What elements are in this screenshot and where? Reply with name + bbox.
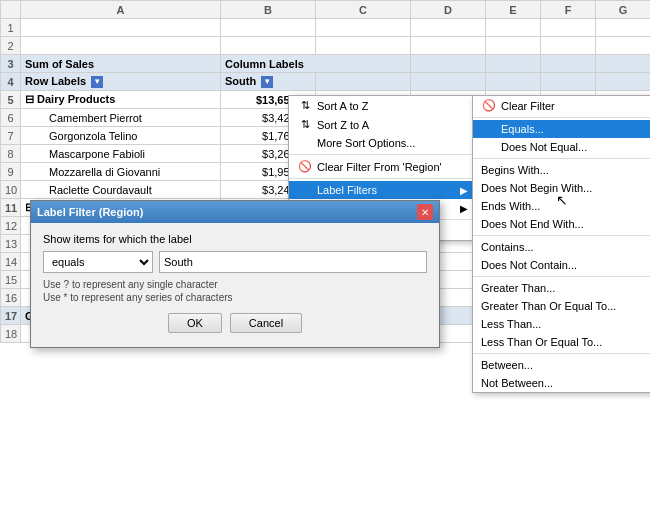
clear-filter-icon: 🚫 — [297, 160, 313, 173]
row-num: 8 — [1, 145, 21, 163]
col-header-c[interactable]: C — [316, 1, 411, 19]
lf-dnc-label: Does Not Contain... — [481, 259, 577, 271]
dialog-ok-button[interactable]: OK — [168, 313, 222, 333]
row-num: 14 — [1, 253, 21, 271]
cell-a10[interactable]: Raclette Courdavault — [21, 181, 221, 199]
row-num: 6 — [1, 109, 21, 127]
lf-sep5 — [473, 353, 650, 354]
lf-greater-than-equal[interactable]: Greater Than Or Equal To... — [473, 297, 650, 315]
cell-d4[interactable] — [411, 73, 486, 91]
group-label-5: Dairy Products — [37, 93, 115, 105]
dialog-close-button[interactable]: ✕ — [417, 204, 433, 220]
col-header-f[interactable]: F — [541, 1, 596, 19]
dialog-title: Label Filter (Region) — [37, 206, 143, 218]
col-header-e[interactable]: E — [486, 1, 541, 19]
lf-greater-than[interactable]: Greater Than... — [473, 279, 650, 297]
separator2 — [289, 178, 472, 179]
row-num: 2 — [1, 37, 21, 55]
lf-does-not-equal[interactable]: Does Not Equal... — [473, 138, 650, 156]
cell-a9[interactable]: Mozzarella di Giovanni — [21, 163, 221, 181]
south-filter-btn[interactable]: ▼ — [261, 76, 273, 88]
lf-contains[interactable]: Contains... — [473, 238, 650, 256]
cell-a8[interactable]: Mascarpone Fabioli — [21, 145, 221, 163]
col-header-g[interactable]: G — [596, 1, 651, 19]
cell-d2[interactable] — [411, 37, 486, 55]
lf-less-than[interactable]: Less Than... — [473, 315, 650, 333]
cell-a5[interactable]: ⊟ Dairy Products — [21, 91, 221, 109]
dialog-cancel-button[interactable]: Cancel — [230, 313, 302, 333]
cell-d1[interactable] — [411, 19, 486, 37]
cell-f2[interactable] — [541, 37, 596, 55]
row-num: 18 — [1, 325, 21, 343]
cell-e4[interactable] — [486, 73, 541, 91]
cell-a6[interactable]: Camembert Pierrot — [21, 109, 221, 127]
cell-row-labels[interactable]: Row Labels ▼ — [21, 73, 221, 91]
label-filter-dialog[interactable]: Label Filter (Region) ✕ Show items for w… — [30, 200, 440, 348]
lf-dne-label: Does Not Equal... — [501, 141, 587, 153]
cell-g2[interactable] — [596, 37, 651, 55]
cell-sum-sales[interactable]: Sum of Sales — [21, 55, 221, 73]
row-num: 12 — [1, 217, 21, 235]
lf-sep4 — [473, 276, 650, 277]
cell-g4[interactable] — [596, 73, 651, 91]
sort-a-to-z[interactable]: ⇅ Sort A to Z — [289, 96, 472, 115]
lf-bw-label: Begins With... — [481, 164, 549, 176]
cell-b1[interactable] — [221, 19, 316, 37]
row-num: 16 — [1, 289, 21, 307]
lf-clear-label: Clear Filter — [501, 100, 555, 112]
col-header-a[interactable]: A — [21, 1, 221, 19]
lf-does-not-begin-with[interactable]: Does Not Begin With... — [473, 179, 650, 197]
col-header-d[interactable]: D — [411, 1, 486, 19]
group-expand-5[interactable]: ⊟ — [25, 93, 34, 105]
lf-dnew-label: Does Not End With... — [481, 218, 584, 230]
cell-f4[interactable] — [541, 73, 596, 91]
row-num: 13 — [1, 235, 21, 253]
lf-clear-filter[interactable]: 🚫 Clear Filter — [473, 96, 650, 115]
label-filters-arrow: ▶ — [460, 185, 468, 196]
cell-c4[interactable] — [316, 73, 411, 91]
cell-a1[interactable] — [21, 19, 221, 37]
lf-lt-label: Less Than... — [481, 318, 541, 330]
label-filters-item[interactable]: Label Filters ▶ — [289, 181, 472, 199]
sort-za-label: Sort Z to A — [317, 119, 369, 131]
cell-e3[interactable] — [486, 55, 541, 73]
dialog-hint1-text: Use ? to represent any single character — [43, 279, 218, 290]
cell-e1[interactable] — [486, 19, 541, 37]
cell-a7[interactable]: Gorgonzola Telino — [21, 127, 221, 145]
lf-not-between-label: Not Between... — [481, 377, 553, 389]
dialog-hint2: Use * to represent any series of charact… — [43, 292, 427, 303]
cell-e2[interactable] — [486, 37, 541, 55]
more-sort-options[interactable]: More Sort Options... — [289, 134, 472, 152]
cell-south[interactable]: South ▼ — [221, 73, 316, 91]
lf-ends-with[interactable]: Ends With... — [473, 197, 650, 215]
cell-c2[interactable] — [316, 37, 411, 55]
cell-b2[interactable] — [221, 37, 316, 55]
row-num: 7 — [1, 127, 21, 145]
dialog-body: Show items for which the label equalsdoe… — [31, 223, 439, 347]
row-labels-filter-btn[interactable]: ▼ — [91, 76, 103, 88]
col-header-b[interactable]: B — [221, 1, 316, 19]
cell-c1[interactable] — [316, 19, 411, 37]
cell-g3[interactable] — [596, 55, 651, 73]
cell-d3[interactable] — [411, 55, 486, 73]
lf-begins-with[interactable]: Begins With... — [473, 161, 650, 179]
dialog-value-input[interactable] — [159, 251, 427, 273]
lf-equals[interactable]: Equals... — [473, 120, 650, 138]
lf-not-between[interactable]: Not Between... — [473, 374, 650, 392]
lf-does-not-end-with[interactable]: Does Not End With... — [473, 215, 650, 233]
table-row: 1 — [1, 19, 651, 37]
sort-za-icon: ⇅ — [297, 118, 313, 131]
dialog-operator-select[interactable]: equalsdoes not equalbegins withends with… — [43, 251, 153, 273]
cell-g1[interactable] — [596, 19, 651, 37]
clear-filter[interactable]: 🚫 Clear Filter From 'Region' — [289, 157, 472, 176]
lf-between[interactable]: Between... — [473, 356, 650, 374]
sort-z-to-a[interactable]: ⇅ Sort Z to A — [289, 115, 472, 134]
cell-f1[interactable] — [541, 19, 596, 37]
lf-does-not-contain[interactable]: Does Not Contain... — [473, 256, 650, 274]
cell-column-labels[interactable]: Column Labels — [221, 55, 411, 73]
cell-f3[interactable] — [541, 55, 596, 73]
dialog-show-label-text: Show items for which the label — [43, 233, 192, 245]
row-num: 11 — [1, 199, 21, 217]
lf-less-than-equal[interactable]: Less Than Or Equal To... — [473, 333, 650, 351]
cell-a2[interactable] — [21, 37, 221, 55]
